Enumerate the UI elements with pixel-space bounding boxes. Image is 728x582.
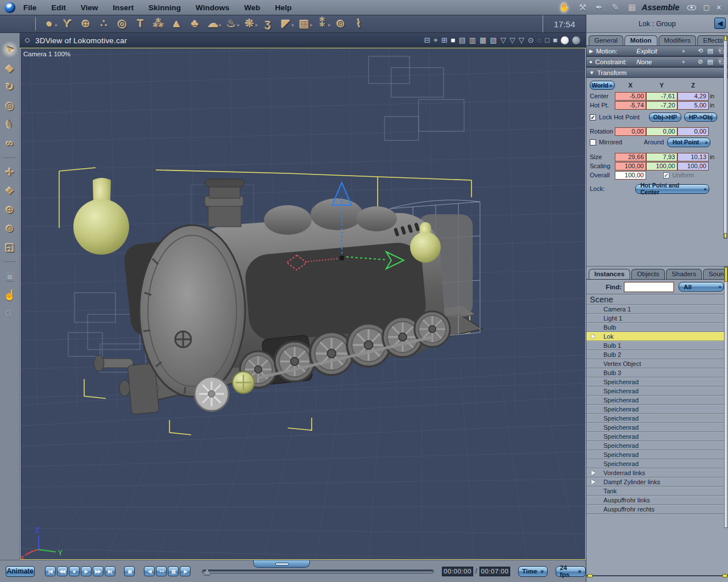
rotation-y-field[interactable]: 0,00 (646, 127, 677, 136)
insert-bone-icon[interactable]: ⌇ (350, 16, 368, 32)
insert-vase-icon[interactable]: Ƴ (59, 16, 77, 32)
insert-globe-icon[interactable]: ⊕ (77, 16, 95, 32)
zoom-tool[interactable]: ⚲ (2, 305, 18, 322)
insert-camera-icon[interactable]: ▦▹ (295, 16, 313, 32)
insert-vertex-object-icon[interactable]: ◎ (113, 16, 131, 32)
layout-single-icon[interactable]: ■ (451, 36, 456, 45)
tab-modifiers[interactable]: Modifiers (659, 35, 697, 45)
size-z-field[interactable]: 10,13 (677, 153, 709, 161)
textured-sphere-icon[interactable] (572, 36, 580, 44)
scene-root[interactable]: Scene (586, 294, 728, 305)
insert-fountain-icon[interactable]: ❋▹ (241, 16, 259, 32)
hp-to-obj-button[interactable]: HP->Obj (684, 113, 717, 122)
scaling-x-field[interactable]: 100,00 (615, 162, 646, 171)
constraint-header[interactable]: ● Constraint: None » ⊘ ▤ ⎗ (586, 56, 728, 67)
scene-3d[interactable]: Z Y x (20, 48, 585, 559)
list-item-speichenrad[interactable]: Speichenrad (586, 414, 728, 423)
camera-track-icon[interactable]: ⌖ (433, 36, 437, 45)
motion-header[interactable]: ▶ Motion: Explicit » ⟲ ▤ ⎗ (586, 45, 728, 56)
insert-cloud-icon[interactable]: ☁▹ (204, 16, 222, 32)
go-start-button[interactable]: |◀ (45, 566, 56, 576)
dotted-sphere-icon[interactable]: ◌ (537, 36, 542, 45)
insert-text-icon[interactable]: T (131, 16, 150, 32)
paint-brush-icon[interactable]: ✎ (612, 2, 619, 13)
find-input[interactable] (624, 282, 674, 292)
layout-two-pane-icon[interactable]: ▤ (458, 36, 465, 45)
send-up-icon[interactable]: ⊙ (528, 36, 534, 45)
translate-ball-tool[interactable]: ❖ (2, 182, 18, 199)
insert-target-icon[interactable]: ⊚ (332, 16, 350, 32)
list-item-speichenrad[interactable]: Speichenrad (586, 396, 728, 405)
insert-fire-icon[interactable]: ♨▹ (222, 16, 241, 32)
collapse-triangle-icon[interactable]: ▼ (589, 70, 594, 76)
center-z-field[interactable]: 4,29 (677, 92, 709, 101)
flat-cube-icon[interactable]: ■ (553, 36, 557, 45)
expand-triangle-icon[interactable]: ▶ (589, 48, 593, 54)
tab-objects[interactable]: Objects (631, 269, 665, 279)
layout-l-pane-icon[interactable]: ▧ (490, 36, 497, 45)
scaling-y-field[interactable]: 100,00 (646, 162, 677, 171)
rotation-x-field[interactable]: 0,00 (615, 127, 646, 136)
vertex-pen-icon[interactable]: ✒ (595, 2, 603, 13)
center-x-field[interactable]: -5,00 (615, 92, 646, 101)
tab-shaders[interactable]: Shaders (666, 269, 702, 279)
rewind-button[interactable]: ◀◀ (57, 566, 68, 576)
timeline-knob[interactable] (204, 568, 210, 575)
insert-sphere-icon[interactable]: ●▹ (40, 16, 59, 32)
load-icon[interactable]: ⎗ (718, 58, 723, 65)
insert-spring-icon[interactable]: ʒ (259, 16, 277, 32)
production-frame-icon[interactable]: ⊞ (441, 36, 448, 45)
corner-view-tool[interactable]: ◱ (2, 239, 18, 256)
translate-tool[interactable]: ✛ (2, 164, 18, 181)
mirrored-checkbox[interactable] (590, 139, 596, 146)
translate-ring-tool[interactable]: ⊕ (2, 201, 18, 218)
load-icon[interactable]: ⎗ (718, 47, 723, 55)
overall-field[interactable]: 100,00 (615, 171, 646, 180)
list-item-tank[interactable]: Tank (586, 487, 728, 496)
constraint-off-icon[interactable]: ⊘ (698, 58, 703, 65)
layout-four-pane-icon[interactable]: ▦ (479, 36, 486, 45)
filter-dropdown[interactable]: All» (679, 282, 724, 292)
tab-instances[interactable]: Instances (589, 269, 630, 279)
viewport-canvas[interactable]: Camera 1 100% (20, 48, 586, 560)
menu-windows[interactable]: Windows (196, 3, 229, 12)
draft-bbox-icon[interactable]: ▽ (500, 36, 506, 45)
camera-tool[interactable]: ▣ (2, 268, 18, 285)
list-item-speichenrad[interactable]: Speichenrad (586, 405, 728, 414)
list-item-dampf-zylinder-links[interactable]: Dampf Zylinder links (586, 477, 728, 487)
timeline-drawer-handle[interactable] (253, 560, 310, 568)
around-dropdown[interactable]: Hot Point» (667, 138, 710, 147)
list-item-auspuffrohr-links[interactable]: Auspuffrohr links (586, 496, 728, 505)
layout-three-pane-icon[interactable]: ▥ (469, 36, 476, 45)
size-y-field[interactable]: 7,93 (646, 153, 677, 161)
menu-insert[interactable]: Insert (113, 3, 134, 12)
properties-scrollbar[interactable] (723, 35, 727, 239)
list-item-speichenrad[interactable]: Speichenrad (586, 423, 728, 432)
tab-general[interactable]: General (589, 35, 623, 45)
insert-tree-icon[interactable]: ♣ (186, 16, 204, 32)
list-item-speichenrad[interactable]: Speichenrad (586, 386, 728, 396)
go-end-button[interactable]: ▶| (105, 566, 115, 576)
link-tool[interactable]: ∞ (2, 135, 18, 152)
list-item-bulb-3[interactable]: Bulb 3 (586, 368, 728, 377)
list-item-auspuffrohr-rechts[interactable]: Auspuffrohr rechts (586, 505, 728, 514)
list-item-lok[interactable]: Lok (586, 332, 728, 341)
time-mode-dropdown[interactable]: Time» (518, 566, 548, 577)
timeline-slider[interactable] (202, 569, 434, 573)
stop-button[interactable]: ■ (69, 566, 80, 576)
save-icon[interactable]: ▤ (708, 47, 713, 55)
center-y-field[interactable]: -7,61 (646, 92, 677, 101)
render-preview-button[interactable]: ▣ (124, 566, 135, 576)
list-item-vorderrad-links[interactable]: Vorderrad links (586, 468, 728, 477)
insert-light-icon[interactable]: ◤▹ (277, 16, 295, 32)
insert-particles-icon[interactable]: ⁂ (150, 16, 168, 32)
animate-button[interactable]: Animate (6, 566, 35, 577)
menu-file[interactable]: File (23, 3, 36, 12)
draft-shaded-icon[interactable]: ▽ (519, 36, 524, 45)
outline-mode-icon[interactable]: ⊟ (424, 36, 430, 45)
tab-motion[interactable]: Motion (624, 35, 657, 45)
rotation-z-field[interactable]: 0,00 (677, 127, 709, 136)
next-key-button[interactable]: ▶ (180, 566, 191, 576)
select-tool[interactable]: ➤ (2, 41, 18, 58)
viewport-title-bar[interactable]: 3DView of Lokomotive.car ⊟⌖⊞■▤▥▦▧▽▽▽⊙◌□■ (20, 33, 586, 48)
